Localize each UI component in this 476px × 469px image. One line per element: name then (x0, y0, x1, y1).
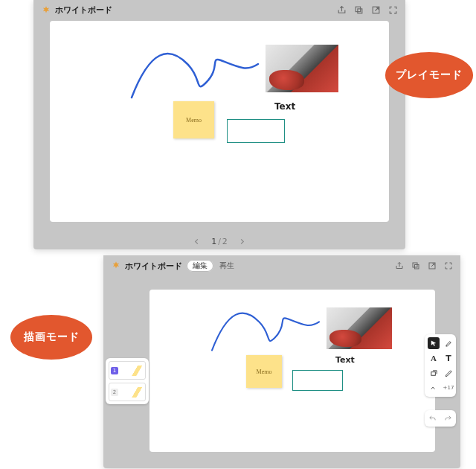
fullscreen-icon[interactable] (444, 261, 453, 270)
sticky-note[interactable]: Memo (173, 101, 214, 138)
image-object[interactable] (266, 45, 338, 92)
open-icon[interactable] (428, 261, 437, 270)
app-icon (111, 261, 121, 271)
svg-rect-4 (415, 265, 419, 269)
pager: 1/2 (33, 237, 405, 246)
whiteboard-canvas[interactable]: Memo Text (50, 21, 389, 222)
more-tools[interactable]: +17 (443, 382, 454, 394)
popout-icon[interactable] (411, 261, 420, 270)
share-icon[interactable] (337, 5, 347, 15)
titlebar-actions (337, 5, 398, 15)
ink-stroke (208, 303, 324, 357)
text-a-icon[interactable]: A (428, 352, 440, 364)
svg-rect-6 (431, 371, 435, 375)
expand-icon[interactable] (428, 382, 440, 394)
app-icon (41, 5, 51, 16)
app-title: ホワイトボード (125, 261, 182, 272)
tab-edit[interactable]: 編集 (187, 260, 213, 272)
whiteboard-canvas[interactable]: Memo Text (149, 290, 435, 452)
text-object[interactable]: Text (335, 355, 355, 365)
chevron-left-icon[interactable] (193, 237, 201, 246)
redo-icon[interactable] (444, 415, 452, 423)
open-icon[interactable] (371, 5, 381, 15)
fullscreen-icon[interactable] (388, 5, 398, 15)
pager-text: 1/2 (211, 237, 228, 246)
slide-thumb-1[interactable]: 1 (109, 361, 146, 380)
play-mode-badge: プレイモード (385, 52, 473, 98)
tab-play[interactable]: 再生 (219, 261, 234, 271)
popout-icon[interactable] (354, 5, 364, 15)
pen-icon[interactable] (443, 367, 454, 379)
titlebar: ホワイトボード (33, 0, 405, 20)
shape-icon[interactable] (428, 367, 440, 379)
draw-mode-window: ホワイトボード 編集 再生 Memo Text 1 2 A T +17 (103, 255, 460, 468)
draw-mode-badge: 描画モード (10, 315, 92, 360)
titlebar: ホワイトボード 編集 再生 (103, 255, 460, 276)
marker-icon[interactable] (443, 337, 454, 349)
sticky-note[interactable]: Memo (246, 355, 282, 388)
slide-thumb-2[interactable]: 2 (109, 383, 146, 401)
sticky-text: Memo (257, 368, 272, 375)
undo-icon[interactable] (428, 415, 437, 423)
undo-redo-bar (425, 410, 456, 427)
rectangle-shape[interactable] (227, 119, 285, 143)
titlebar-actions (395, 261, 453, 270)
rectangle-shape[interactable] (292, 370, 343, 391)
share-icon[interactable] (395, 261, 404, 270)
chevron-right-icon[interactable] (238, 237, 246, 246)
ink-stroke (128, 42, 262, 105)
image-object[interactable] (327, 307, 392, 349)
app-title: ホワイトボード (55, 4, 112, 16)
play-mode-window: ホワイトボード Memo Text 1/2 (33, 0, 405, 249)
text-object[interactable]: Text (274, 101, 295, 112)
slide-panel: 1 2 (106, 358, 149, 404)
toolbar: A T +17 (425, 334, 456, 397)
sticky-text: Memo (186, 117, 202, 124)
svg-rect-1 (358, 9, 362, 13)
cursor-icon[interactable] (428, 337, 440, 349)
text-t-icon[interactable]: T (443, 352, 454, 364)
